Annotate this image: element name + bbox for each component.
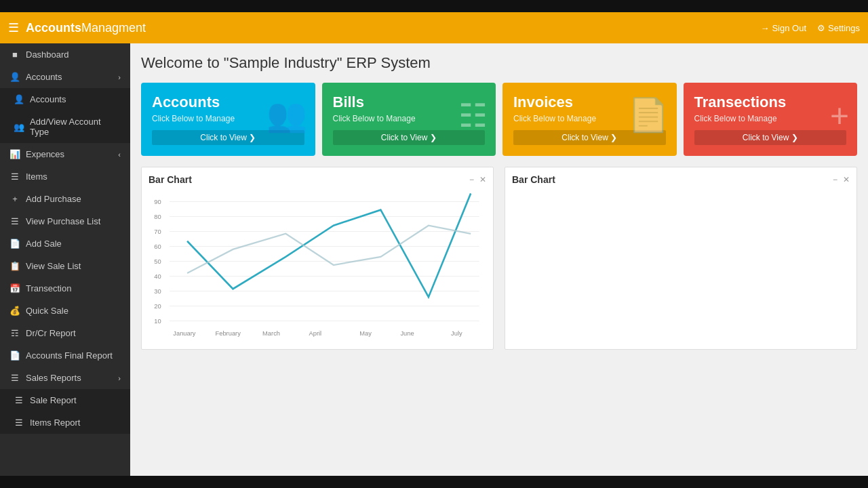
sidebar-item-view-purchase-list[interactable]: ☰ View Purchase List	[0, 210, 130, 232]
view-sale-icon: 📋	[9, 261, 20, 271]
sign-out-link[interactable]: → Sign Out	[760, 23, 806, 33]
sales-reports-icon: ☰	[9, 373, 20, 383]
hamburger-icon[interactable]: ☰	[8, 20, 19, 35]
sidebar-label-items: Items	[26, 171, 47, 182]
sidebar-item-accounts-final-report[interactable]: 📄 Accounts Final Report	[0, 344, 130, 367]
settings-link[interactable]: ⚙ Settings	[817, 23, 860, 33]
card-transections-icon: +	[830, 97, 849, 134]
sidebar-label-quick-sale: Quick Sale	[26, 306, 68, 316]
cards-row: Accounts Click Below to Manage Click to …	[141, 83, 857, 156]
card-transections[interactable]: Transections Click Below to Manage Click…	[684, 83, 858, 156]
settings-label: Settings	[828, 23, 860, 33]
chart-svg-2	[512, 190, 850, 340]
sidebar-item-transection[interactable]: 📅 Transection	[0, 277, 130, 300]
chart-svg-1: 90 80 70 60 50 40 30 20 10	[149, 190, 486, 340]
chart-header-1: Bar Chart − ✕	[149, 174, 486, 185]
add-view-icon: 👥	[14, 122, 24, 132]
svg-text:February: February	[216, 329, 241, 337]
svg-text:May: May	[359, 329, 372, 337]
svg-text:90: 90	[154, 198, 161, 205]
sidebar-item-items[interactable]: ☰ Items	[0, 165, 130, 188]
chart-minimize-1[interactable]: −	[469, 175, 474, 184]
svg-text:10: 10	[154, 317, 161, 325]
quick-sale-icon: 💰	[9, 306, 20, 316]
chart-controls-1: − ✕	[469, 175, 486, 184]
add-sale-icon: 📄	[9, 239, 20, 249]
card-transections-link[interactable]: Click to View ❯	[694, 130, 847, 145]
sidebar-item-sale-report[interactable]: ☰ Sale Report	[0, 389, 130, 411]
sidebar-expenses-section[interactable]: 📊 Expences ‹	[0, 143, 130, 165]
svg-text:70: 70	[154, 228, 161, 235]
items-icon: ☰	[9, 171, 20, 182]
sidebar-label-dashboard: Dashboard	[26, 49, 69, 60]
card-accounts-icon: 👥	[267, 96, 307, 134]
sidebar-label-view-sale: View Sale List	[26, 261, 81, 271]
chart-close-1[interactable]: ✕	[479, 175, 486, 184]
sidebar-item-accounts[interactable]: 👤 Accounts	[0, 88, 130, 110]
card-invoices-icon: 📄	[628, 96, 669, 134]
sidebar-label-dr-cr: Dr/Cr Report	[26, 328, 76, 338]
header-left: ☰ AccountsManagment	[8, 20, 146, 35]
sidebar-label-sale-report: Sale Report	[30, 395, 77, 405]
svg-text:60: 60	[154, 243, 161, 250]
chart-box-2: Bar Chart − ✕	[505, 167, 857, 350]
sidebar-accounts-submenu: 👤 Accounts 👥 Add/View Account Type	[0, 88, 130, 143]
expenses-left: 📊 Expences	[9, 149, 64, 159]
sidebar-item-add-view-account-type[interactable]: 👥 Add/View Account Type	[0, 110, 130, 143]
svg-text:June: June	[400, 329, 414, 337]
sidebar-accounts-section[interactable]: 👤 Accounts ›	[0, 66, 130, 88]
layout: ■ Dashboard 👤 Accounts › 👤 Accounts 👥 Ad…	[0, 43, 868, 476]
sidebar-label-accounts: Accounts	[30, 94, 66, 104]
sidebar-label-sales-reports: Sales Reports	[26, 373, 81, 383]
main-content: Welcome to "Sample Industry" ERP System …	[130, 43, 868, 476]
accounts-sub-icon: 👤	[14, 94, 24, 104]
sidebar-item-quick-sale[interactable]: 💰 Quick Sale	[0, 300, 130, 322]
sidebar: ■ Dashboard 👤 Accounts › 👤 Accounts 👥 Ad…	[0, 43, 130, 476]
items-report-icon: ☰	[14, 418, 24, 428]
chart-minimize-2[interactable]: −	[833, 175, 837, 184]
sidebar-label-accounts-final: Accounts Final Report	[26, 350, 113, 361]
chart-controls-2: − ✕	[833, 175, 850, 184]
svg-text:30: 30	[154, 287, 161, 295]
sidebar-item-view-sale-list[interactable]: 📋 View Sale List	[0, 255, 130, 277]
svg-text:April: April	[309, 329, 322, 337]
card-invoices[interactable]: Invoices Click Below to Manage Click to …	[502, 83, 677, 156]
sidebar-label-items-report: Items Report	[30, 418, 80, 428]
chart-title-1: Bar Chart	[149, 174, 192, 185]
svg-text:20: 20	[154, 302, 161, 310]
accounts-section-left: 👤 Accounts	[9, 72, 62, 82]
sidebar-item-add-purchase[interactable]: + Add Purchase	[0, 188, 130, 210]
accounts-chevron-icon: ›	[118, 73, 121, 81]
dr-cr-icon: ☶	[9, 328, 20, 338]
card-accounts[interactable]: Accounts Click Below to Manage Click to …	[141, 83, 315, 156]
svg-text:80: 80	[154, 213, 161, 220]
svg-text:January: January	[173, 329, 195, 337]
card-transections-title: Transections	[694, 94, 847, 111]
page-title: Welcome to "Sample Industry" ERP System	[141, 54, 857, 72]
sidebar-label-add-sale: Add Sale	[26, 239, 62, 249]
accounts-section-icon: 👤	[9, 72, 20, 82]
sidebar-sales-reports-section[interactable]: ☰ Sales Reports ›	[0, 367, 130, 389]
transection-icon: 📅	[9, 283, 20, 293]
settings-icon: ⚙	[817, 23, 825, 33]
header: ☰ AccountsManagment → Sign Out ⚙ Setting…	[0, 12, 868, 43]
add-purchase-icon: +	[9, 194, 20, 204]
view-purchase-icon: ☰	[9, 216, 20, 226]
card-bills-icon: ☷	[458, 96, 488, 134]
card-bills[interactable]: Bills Click Below to Manage Click to Vie…	[322, 83, 496, 156]
sales-reports-chevron-icon: ›	[118, 374, 121, 382]
chart-header-2: Bar Chart − ✕	[512, 174, 850, 185]
sidebar-item-dr-cr-report[interactable]: ☶ Dr/Cr Report	[0, 322, 130, 344]
svg-text:July: July	[451, 329, 462, 337]
sign-out-label: Sign Out	[772, 23, 806, 33]
chart-close-2[interactable]: ✕	[843, 175, 850, 184]
accounts-section-label: Accounts	[26, 72, 62, 82]
logo-bold: Accounts	[26, 21, 81, 35]
sidebar-item-items-report[interactable]: ☰ Items Report	[0, 411, 130, 434]
sidebar-item-add-sale[interactable]: 📄 Add Sale	[0, 232, 130, 255]
sidebar-item-dashboard[interactable]: ■ Dashboard	[0, 43, 130, 66]
accounts-final-icon: 📄	[9, 350, 20, 361]
charts-row: Bar Chart − ✕ 90 80 70 60 50 40 30 20	[141, 167, 857, 350]
sales-reports-left: ☰ Sales Reports	[9, 373, 81, 383]
svg-text:50: 50	[154, 258, 161, 265]
